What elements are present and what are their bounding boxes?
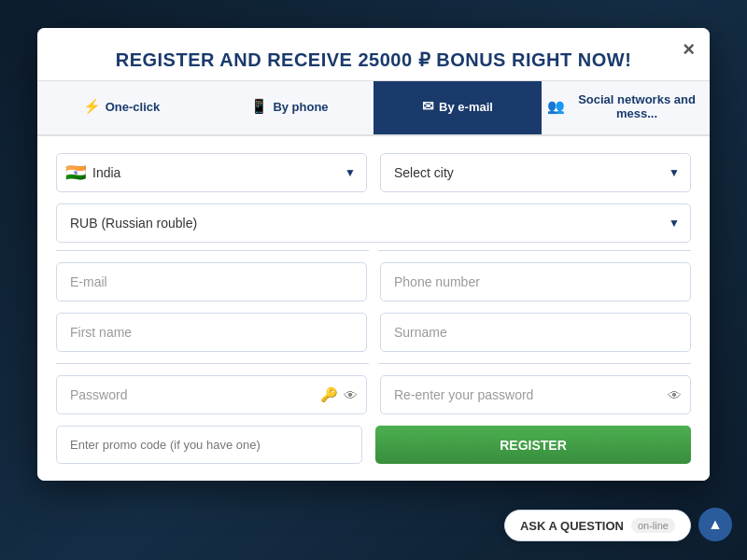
country-wrapper: 🇮🇳 India ▼ bbox=[56, 153, 367, 192]
tab-one-click[interactable]: ⚡ One-click bbox=[37, 81, 205, 134]
currency-wrapper: RUB (Russian rouble) ▼ bbox=[56, 203, 691, 243]
tab-one-click-label: One-click bbox=[106, 100, 161, 114]
tabs-container: ⚡ One-click 📱 By phone ✉ By e-mail 👥 Soc… bbox=[37, 81, 710, 136]
india-flag-icon: 🇮🇳 bbox=[65, 162, 86, 183]
phone-icon: 📱 bbox=[250, 98, 268, 115]
tab-by-email[interactable]: ✉ By e-mail bbox=[374, 81, 542, 134]
city-wrapper: Select city ▼ bbox=[380, 153, 691, 192]
modal-title: REGISTER AND RECEIVE 25000 ₽ BONUS RIGHT… bbox=[56, 49, 691, 71]
divider-line-left bbox=[56, 250, 369, 251]
modal-header: REGISTER AND RECEIVE 25000 ₽ BONUS RIGHT… bbox=[37, 28, 710, 81]
tab-by-phone[interactable]: 📱 By phone bbox=[205, 81, 374, 134]
divider2-line-right bbox=[378, 363, 691, 364]
phone-wrapper bbox=[380, 262, 691, 301]
divider-line-right bbox=[378, 250, 691, 251]
tab-social-label: Social networks and mess... bbox=[570, 92, 704, 120]
divider2-line-left bbox=[56, 363, 369, 364]
country-select[interactable]: India bbox=[56, 153, 367, 192]
scroll-top-button[interactable]: ▲ bbox=[698, 508, 732, 541]
registration-modal: REGISTER AND RECEIVE 25000 ₽ BONUS RIGHT… bbox=[37, 28, 710, 481]
tab-by-phone-label: By phone bbox=[273, 100, 328, 114]
modal-body: 🇮🇳 India ▼ Select city ▼ RUB bbox=[37, 136, 710, 481]
surname-wrapper bbox=[380, 313, 691, 352]
phone-input[interactable] bbox=[380, 262, 691, 301]
online-badge: on-line bbox=[631, 518, 675, 533]
tab-by-email-label: By e-mail bbox=[439, 100, 493, 114]
password-icons: 🔑 👁 bbox=[320, 386, 358, 403]
promo-input[interactable] bbox=[56, 426, 362, 464]
currency-select[interactable]: RUB (Russian rouble) bbox=[56, 203, 691, 243]
password-row: 🔑 👁 👁 bbox=[56, 375, 691, 414]
tab-social[interactable]: 👥 Social networks and mess... bbox=[542, 81, 710, 134]
email-wrapper bbox=[56, 262, 367, 301]
social-icon: 👥 bbox=[547, 98, 565, 115]
password-wrapper: 🔑 👁 bbox=[56, 375, 367, 414]
reenter-password-wrapper: 👁 bbox=[380, 375, 691, 414]
close-button[interactable]: × bbox=[683, 39, 695, 60]
firstname-input[interactable] bbox=[56, 313, 367, 352]
ask-question-label: ASK A QUESTION bbox=[520, 519, 624, 533]
name-row bbox=[56, 313, 691, 352]
currency-row: RUB (Russian rouble) ▼ bbox=[56, 203, 691, 243]
divider bbox=[56, 250, 691, 251]
lightning-icon: ⚡ bbox=[83, 98, 101, 115]
bottom-row: REGISTER bbox=[56, 426, 691, 464]
firstname-wrapper bbox=[56, 313, 367, 352]
email-phone-row bbox=[56, 262, 691, 301]
register-button[interactable]: REGISTER bbox=[375, 426, 691, 464]
email-input[interactable] bbox=[56, 262, 367, 301]
reenter-eye-icon[interactable]: 👁 bbox=[668, 387, 682, 403]
reenter-password-input[interactable] bbox=[380, 375, 691, 414]
key-icon: 🔑 bbox=[320, 386, 338, 403]
reenter-password-icons: 👁 bbox=[668, 387, 682, 403]
surname-input[interactable] bbox=[380, 313, 691, 352]
email-icon: ✉ bbox=[422, 98, 434, 115]
ask-question-bar: ASK A QUESTION on-line bbox=[504, 510, 691, 541]
eye-icon[interactable]: 👁 bbox=[344, 387, 358, 403]
divider2 bbox=[56, 363, 691, 364]
city-select[interactable]: Select city bbox=[380, 153, 691, 192]
country-city-row: 🇮🇳 India ▼ Select city ▼ bbox=[56, 153, 691, 192]
